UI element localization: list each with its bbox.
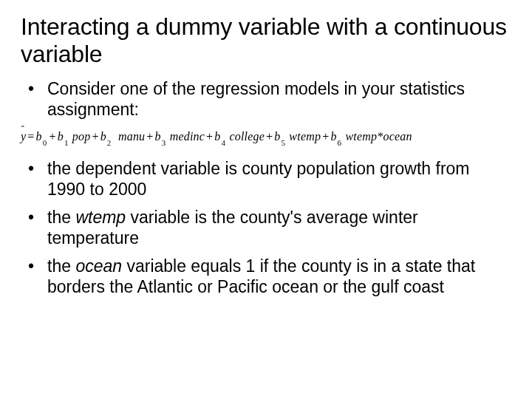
- coef-b: b: [214, 130, 220, 143]
- var-medinc: medinc: [170, 130, 205, 143]
- bullet-italic-term: ocean: [75, 256, 122, 276]
- var-ocean: ocean: [383, 130, 412, 143]
- var-college: college: [229, 130, 265, 143]
- sub-3: 3: [161, 138, 167, 147]
- var-pop: pop: [72, 130, 91, 143]
- plus-sign: +: [90, 130, 100, 143]
- bullet-italic-term: wtemp: [75, 208, 126, 227]
- plus-sign: +: [47, 130, 57, 143]
- bullet-text-pre: the: [47, 208, 75, 227]
- plus-sign: +: [265, 130, 274, 143]
- sub-0: 0: [42, 138, 48, 147]
- regression-equation: y=b0+b1 pop+b2 manu+b3 medinc+b4 college…: [21, 130, 511, 145]
- var-manu: manu: [118, 130, 145, 143]
- bullet-item: the wtemp variable is the county's avera…: [21, 207, 511, 248]
- bullet-list-bottom: the dependent variable is county populat…: [21, 158, 511, 297]
- bullet-text-pre: the: [47, 256, 75, 276]
- bullet-list-top: Consider one of the regression models in…: [21, 78, 511, 120]
- plus-sign: +: [321, 130, 330, 143]
- sub-5: 5: [280, 138, 286, 147]
- bullet-item: the dependent variable is county populat…: [21, 158, 511, 200]
- var-wtemp: wtemp: [345, 130, 377, 143]
- bullet-item: Consider one of the regression models in…: [21, 78, 511, 120]
- coef-b: b: [100, 130, 106, 143]
- sub-2: 2: [106, 138, 112, 147]
- slide-title: Interacting a dummy variable with a cont…: [21, 13, 511, 68]
- plus-sign: +: [205, 130, 214, 143]
- y-hat: y: [21, 130, 26, 143]
- plus-sign: +: [145, 130, 154, 143]
- sub-4: 4: [221, 138, 227, 147]
- bullet-item: the ocean variable equals 1 if the count…: [21, 256, 511, 297]
- equals-sign: =: [26, 130, 35, 143]
- coef-b: b: [36, 130, 42, 143]
- coef-b: b: [155, 130, 161, 143]
- sub-1: 1: [64, 138, 69, 147]
- coef-b: b: [330, 130, 336, 143]
- var-wtemp: wtemp: [289, 130, 321, 143]
- sub-6: 6: [337, 138, 343, 147]
- coef-b: b: [58, 130, 64, 143]
